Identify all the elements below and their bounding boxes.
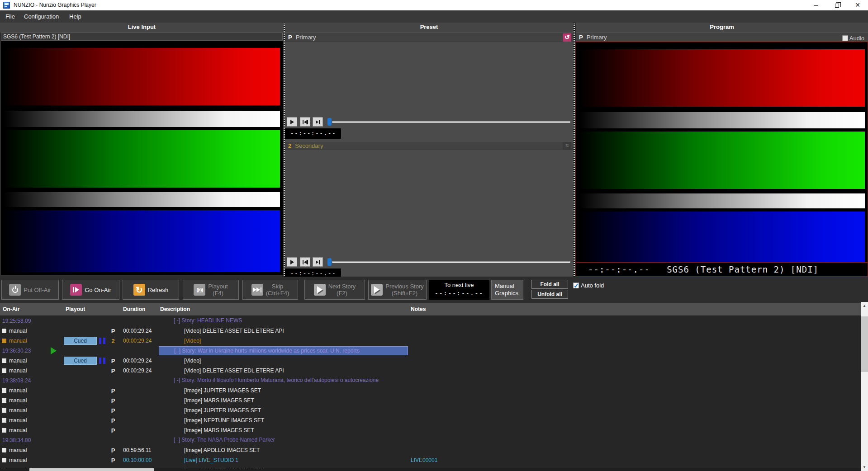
- playlist-story-row[interactable]: 19:25:58.09[ -] Story: HEADLINE NEWS: [0, 316, 861, 326]
- playlist-item-row[interactable]: manualP00:59:56.11[Image] APOLLO IMAGES …: [0, 445, 861, 455]
- duration: 00:10:00.00: [123, 457, 152, 463]
- scroll-up-icon[interactable]: ▲: [861, 302, 868, 310]
- preset-primary-header: PPrimary ↺: [285, 33, 573, 42]
- cued-badge[interactable]: Cued: [64, 337, 97, 345]
- item-description[interactable]: [Image] APOLLO IMAGES SET: [184, 447, 260, 453]
- playlist-item-row[interactable]: manualP[Image] MARS IMAGES SET: [0, 425, 861, 435]
- on-air-indicator: [2, 398, 6, 403]
- program-timecode: --:--:--.--: [588, 264, 650, 274]
- playlist-story-row[interactable]: 19:36:30.23[ -] Story: War in Ukraine hu…: [0, 346, 861, 356]
- playlist-story-row[interactable]: 19:38:34.00[ -] Story: The NASA Probe Na…: [0, 435, 861, 445]
- playlist-item-row[interactable]: manualP00:10:00.00[Live] LIVE_STUDIO 1LI…: [0, 455, 861, 465]
- playlist-item-row[interactable]: manualP[Image] JUPITER IMAGES SET: [0, 465, 861, 468]
- program-primary-label: Primary: [587, 34, 607, 41]
- restore-button[interactable]: [826, 0, 847, 10]
- item-description[interactable]: [Video]: [184, 358, 201, 364]
- next-story-button[interactable]: Next Story(F2): [304, 280, 365, 300]
- column-description[interactable]: Description: [160, 306, 190, 312]
- step-forward-button[interactable]: [313, 257, 323, 267]
- on-air-indicator: [2, 408, 6, 413]
- play-button[interactable]: [287, 257, 297, 267]
- item-description[interactable]: [Image] MARS IMAGES SET: [184, 427, 254, 433]
- toolbar: Put Off-AirGo On-Air↻Refresh((•))Playout…: [0, 277, 868, 303]
- preset-secondary-prefix: 2: [288, 142, 291, 149]
- seek-slider-thumb[interactable]: [327, 258, 332, 266]
- scroll-down-icon[interactable]: ▼: [861, 463, 868, 471]
- go-on-air-button[interactable]: Go On-Air: [62, 280, 119, 300]
- seek-slider-thumb[interactable]: [327, 118, 332, 126]
- vertical-scrollbar[interactable]: ▲ ▼: [861, 302, 868, 471]
- step-back-icon: [304, 260, 307, 264]
- refresh-button[interactable]: ↻Refresh: [123, 280, 179, 300]
- story-description[interactable]: [ -] Story: HEADLINE NEWS: [159, 316, 408, 325]
- pause-icon: [99, 338, 106, 344]
- on-air-mode: manual: [9, 367, 27, 374]
- preset-loop-button[interactable]: ↺: [563, 33, 571, 42]
- menu-file[interactable]: File: [1, 10, 19, 23]
- skip-button[interactable]: Skip(Ctrl+F4): [242, 280, 298, 300]
- cued-badge[interactable]: Cued: [64, 357, 97, 365]
- story-description[interactable]: [ -] Story: Morto il filosofo Humberto M…: [159, 376, 408, 385]
- duration: 00:59:56.11: [123, 447, 152, 453]
- manual-graphics-button[interactable]: Manual Graphics: [491, 280, 523, 300]
- playout-channel: 2: [109, 338, 117, 344]
- button-label: Previous Story(Shift+F2): [385, 283, 424, 297]
- duration: 00:00:29.24: [123, 358, 152, 364]
- preset-secondary-collapse-button[interactable]: ≈: [563, 142, 571, 150]
- item-description[interactable]: [Video] DELETE ASSET EDL ETERE API: [184, 367, 284, 374]
- play-button[interactable]: [287, 117, 297, 127]
- auto-fold-checkbox[interactable]: [573, 283, 579, 288]
- playlist-item-row[interactable]: manualP[Image] JUPITER IMAGES SET: [0, 405, 861, 415]
- put-off-air-button[interactable]: Put Off-Air: [1, 280, 59, 300]
- column-duration[interactable]: Duration: [123, 306, 145, 312]
- live-input-video: [1, 41, 283, 275]
- fold-all-button[interactable]: Fold all: [531, 280, 568, 289]
- menu-configuration[interactable]: Configuration: [19, 10, 63, 23]
- on-air-indicator: [2, 339, 6, 343]
- playlist-item-row[interactable]: manualP[Image] NEPTUNE IMAGES SET: [0, 415, 861, 425]
- to-next-live-label: To next live: [429, 282, 489, 288]
- item-description[interactable]: [Image] MARS IMAGES SET: [184, 397, 254, 404]
- auto-fold-toggle[interactable]: Auto fold: [573, 282, 604, 289]
- previous-story-button[interactable]: Previous Story(Shift+F2): [368, 280, 427, 300]
- playlist-item-row[interactable]: manualP00:00:29.24[Video] DELETE ASSET E…: [0, 366, 861, 376]
- seek-slider[interactable]: [332, 261, 570, 263]
- item-description[interactable]: [Image] JUPITER IMAGES SET: [184, 407, 261, 414]
- horizontal-scrollbar[interactable]: [0, 468, 861, 471]
- story-description[interactable]: [ -] Story: The NASA Probe Named Parker: [159, 436, 408, 445]
- playlist-story-row[interactable]: 19:38:08.24[ -] Story: Morto il filosofo…: [0, 376, 861, 386]
- item-description[interactable]: [Video]: [184, 338, 201, 344]
- menu-help[interactable]: Help: [65, 10, 86, 23]
- window-title: NUNZIO - Nunzio Graphics Player: [14, 2, 96, 8]
- preset-primary-timecode: --:--:--.--: [285, 128, 341, 139]
- playlist-item-row[interactable]: manualP[Image] JUPITER IMAGES SET: [0, 386, 861, 396]
- column-notes[interactable]: Notes: [411, 306, 426, 312]
- vertical-scrollbar-thumb[interactable]: [861, 316, 868, 372]
- play-icon: [290, 260, 294, 264]
- step-forward-button[interactable]: [313, 117, 323, 127]
- button-label: Playout(F4): [208, 283, 228, 297]
- column-playout[interactable]: Playout: [66, 306, 85, 312]
- column-on-air[interactable]: On-Air: [3, 306, 19, 312]
- item-description[interactable]: [Live] LIVE_STUDIO 1: [184, 457, 238, 463]
- step-back-button[interactable]: [300, 257, 310, 267]
- close-button[interactable]: ✕: [847, 0, 868, 10]
- step-back-button[interactable]: [300, 117, 310, 127]
- seek-slider[interactable]: [332, 121, 570, 123]
- story-description[interactable]: [ -] Story: War in Ukraine hurts million…: [159, 346, 408, 355]
- item-description[interactable]: [Image] NEPTUNE IMAGES SET: [184, 417, 264, 424]
- collapse-icon: ≈: [565, 142, 569, 149]
- playlist-item-row[interactable]: manualCued200:00:29.24[Video]: [0, 336, 861, 346]
- playlist: 19:25:58.09[ -] Story: HEADLINE NEWSmanu…: [0, 316, 861, 468]
- preset-primary-transport: [285, 117, 573, 127]
- playlist-item-row[interactable]: manualCuedP00:00:29.24[Video]: [0, 356, 861, 366]
- minimize-button[interactable]: [806, 0, 826, 10]
- item-description[interactable]: [Video] DELETE ASSET EDL ETERE API: [184, 328, 284, 334]
- audio-checkbox[interactable]: [842, 35, 848, 41]
- unfold-all-button[interactable]: Unfold all: [531, 290, 568, 299]
- playlist-item-row[interactable]: manualP[Image] MARS IMAGES SET: [0, 396, 861, 405]
- item-description[interactable]: [Image] JUPITER IMAGES SET: [184, 387, 261, 394]
- playout-button[interactable]: ((•))Playout(F4): [183, 280, 239, 300]
- horizontal-scrollbar-thumb[interactable]: [29, 468, 154, 471]
- playlist-item-row[interactable]: manualP00:00:29.24[Video] DELETE ASSET E…: [0, 326, 861, 336]
